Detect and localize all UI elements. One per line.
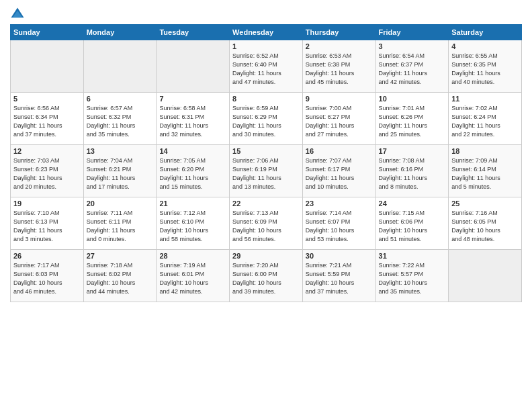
calendar-cell: 25Sunrise: 7:16 AMSunset: 6:05 PMDayligh… bbox=[449, 197, 522, 250]
day-info: Sunrise: 6:54 AMSunset: 6:37 PMDaylight:… bbox=[379, 52, 446, 87]
day-info: Sunrise: 6:53 AMSunset: 6:38 PMDaylight:… bbox=[306, 52, 373, 87]
day-number: 2 bbox=[306, 42, 373, 50]
day-number: 26 bbox=[13, 252, 81, 260]
day-info: Sunrise: 6:55 AMSunset: 6:35 PMDaylight:… bbox=[451, 52, 519, 87]
calendar-cell: 9Sunrise: 7:00 AMSunset: 6:27 PMDaylight… bbox=[302, 93, 375, 145]
calendar-cell: 15Sunrise: 7:06 AMSunset: 6:19 PMDayligh… bbox=[230, 145, 303, 197]
day-number: 17 bbox=[379, 147, 446, 155]
day-number: 28 bbox=[159, 252, 226, 260]
day-info: Sunrise: 7:06 AMSunset: 6:19 PMDaylight:… bbox=[232, 156, 300, 191]
day-number: 14 bbox=[159, 147, 226, 155]
day-info: Sunrise: 7:10 AMSunset: 6:13 PMDaylight:… bbox=[13, 209, 81, 244]
weekday-header-saturday: Saturday bbox=[449, 25, 522, 40]
weekday-header-monday: Monday bbox=[83, 25, 157, 40]
day-number: 10 bbox=[379, 95, 446, 103]
calendar-cell bbox=[83, 40, 157, 93]
calendar-cell: 16Sunrise: 7:07 AMSunset: 6:17 PMDayligh… bbox=[302, 145, 375, 197]
calendar-cell: 6Sunrise: 6:57 AMSunset: 6:32 PMDaylight… bbox=[83, 93, 157, 145]
calendar-cell: 28Sunrise: 7:19 AMSunset: 6:01 PMDayligh… bbox=[157, 250, 230, 302]
week-row-3: 12Sunrise: 7:03 AMSunset: 6:23 PMDayligh… bbox=[11, 145, 522, 197]
calendar-cell: 18Sunrise: 7:09 AMSunset: 6:14 PMDayligh… bbox=[449, 145, 522, 197]
calendar-cell: 26Sunrise: 7:17 AMSunset: 6:03 PMDayligh… bbox=[11, 250, 84, 302]
calendar-cell: 11Sunrise: 7:02 AMSunset: 6:24 PMDayligh… bbox=[449, 93, 522, 145]
calendar-page: SundayMondayTuesdayWednesdayThursdayFrid… bbox=[0, 0, 532, 411]
calendar-cell: 13Sunrise: 7:04 AMSunset: 6:21 PMDayligh… bbox=[83, 145, 157, 197]
day-number: 6 bbox=[87, 95, 154, 103]
day-info: Sunrise: 7:04 AMSunset: 6:21 PMDaylight:… bbox=[87, 156, 154, 191]
calendar-cell: 4Sunrise: 6:55 AMSunset: 6:35 PMDaylight… bbox=[449, 40, 522, 93]
day-info: Sunrise: 6:59 AMSunset: 6:29 PMDaylight:… bbox=[232, 104, 300, 139]
day-number: 9 bbox=[306, 95, 373, 103]
calendar-cell: 14Sunrise: 7:05 AMSunset: 6:20 PMDayligh… bbox=[157, 145, 230, 197]
day-info: Sunrise: 7:15 AMSunset: 6:06 PMDaylight:… bbox=[379, 209, 446, 244]
day-info: Sunrise: 7:22 AMSunset: 5:57 PMDaylight:… bbox=[379, 261, 446, 296]
calendar-cell: 7Sunrise: 6:58 AMSunset: 6:31 PMDaylight… bbox=[157, 93, 230, 145]
calendar-cell: 3Sunrise: 6:54 AMSunset: 6:37 PMDaylight… bbox=[375, 40, 449, 93]
weekday-header-row: SundayMondayTuesdayWednesdayThursdayFrid… bbox=[11, 25, 522, 40]
day-number: 5 bbox=[13, 95, 81, 103]
header bbox=[10, 7, 522, 21]
week-row-1: 1Sunrise: 6:52 AMSunset: 6:40 PMDaylight… bbox=[11, 40, 522, 93]
calendar-table: SundayMondayTuesdayWednesdayThursdayFrid… bbox=[10, 24, 522, 302]
day-info: Sunrise: 7:07 AMSunset: 6:17 PMDaylight:… bbox=[306, 156, 373, 191]
day-info: Sunrise: 7:01 AMSunset: 6:26 PMDaylight:… bbox=[379, 104, 446, 139]
day-number: 31 bbox=[379, 252, 446, 260]
day-number: 12 bbox=[13, 147, 81, 155]
weekday-header-wednesday: Wednesday bbox=[230, 25, 303, 40]
day-number: 22 bbox=[232, 199, 300, 208]
day-number: 23 bbox=[306, 199, 373, 208]
week-row-4: 19Sunrise: 7:10 AMSunset: 6:13 PMDayligh… bbox=[11, 197, 522, 250]
calendar-cell: 10Sunrise: 7:01 AMSunset: 6:26 PMDayligh… bbox=[375, 93, 449, 145]
day-number: 8 bbox=[232, 95, 300, 103]
day-info: Sunrise: 7:03 AMSunset: 6:23 PMDaylight:… bbox=[13, 156, 81, 191]
calendar-cell: 19Sunrise: 7:10 AMSunset: 6:13 PMDayligh… bbox=[11, 197, 84, 250]
day-info: Sunrise: 7:20 AMSunset: 6:00 PMDaylight:… bbox=[232, 261, 300, 296]
calendar-cell: 21Sunrise: 7:12 AMSunset: 6:10 PMDayligh… bbox=[157, 197, 230, 250]
day-number: 11 bbox=[451, 95, 519, 103]
day-info: Sunrise: 6:57 AMSunset: 6:32 PMDaylight:… bbox=[87, 104, 154, 139]
day-number: 1 bbox=[232, 42, 300, 50]
day-info: Sunrise: 7:00 AMSunset: 6:27 PMDaylight:… bbox=[306, 104, 373, 139]
day-number: 3 bbox=[379, 42, 446, 50]
weekday-header-tuesday: Tuesday bbox=[157, 25, 230, 40]
day-number: 13 bbox=[87, 147, 154, 155]
calendar-cell: 22Sunrise: 7:13 AMSunset: 6:09 PMDayligh… bbox=[230, 197, 303, 250]
calendar-cell: 27Sunrise: 7:18 AMSunset: 6:02 PMDayligh… bbox=[83, 250, 157, 302]
day-info: Sunrise: 7:18 AMSunset: 6:02 PMDaylight:… bbox=[87, 261, 154, 296]
week-row-2: 5Sunrise: 6:56 AMSunset: 6:34 PMDaylight… bbox=[11, 93, 522, 145]
calendar-cell bbox=[157, 40, 230, 93]
weekday-header-thursday: Thursday bbox=[302, 25, 375, 40]
calendar-cell bbox=[449, 250, 522, 302]
day-number: 15 bbox=[232, 147, 300, 155]
day-number: 25 bbox=[451, 199, 519, 208]
day-number: 21 bbox=[159, 199, 226, 208]
day-info: Sunrise: 7:12 AMSunset: 6:10 PMDaylight:… bbox=[159, 209, 226, 244]
day-info: Sunrise: 6:56 AMSunset: 6:34 PMDaylight:… bbox=[13, 104, 81, 139]
calendar-cell: 8Sunrise: 6:59 AMSunset: 6:29 PMDaylight… bbox=[230, 93, 303, 145]
calendar-cell bbox=[11, 40, 84, 93]
calendar-cell: 24Sunrise: 7:15 AMSunset: 6:06 PMDayligh… bbox=[375, 197, 449, 250]
calendar-cell: 2Sunrise: 6:53 AMSunset: 6:38 PMDaylight… bbox=[302, 40, 375, 93]
day-info: Sunrise: 7:17 AMSunset: 6:03 PMDaylight:… bbox=[13, 261, 81, 296]
day-number: 7 bbox=[159, 95, 226, 103]
calendar-cell: 5Sunrise: 6:56 AMSunset: 6:34 PMDaylight… bbox=[11, 93, 84, 145]
calendar-cell: 20Sunrise: 7:11 AMSunset: 6:11 PMDayligh… bbox=[83, 197, 157, 250]
day-info: Sunrise: 7:05 AMSunset: 6:20 PMDaylight:… bbox=[159, 156, 226, 191]
calendar-cell: 17Sunrise: 7:08 AMSunset: 6:16 PMDayligh… bbox=[375, 145, 449, 197]
day-info: Sunrise: 7:19 AMSunset: 6:01 PMDaylight:… bbox=[159, 261, 226, 296]
day-info: Sunrise: 7:02 AMSunset: 6:24 PMDaylight:… bbox=[451, 104, 519, 139]
day-number: 16 bbox=[306, 147, 373, 155]
day-info: Sunrise: 6:52 AMSunset: 6:40 PMDaylight:… bbox=[232, 52, 300, 87]
calendar-cell: 29Sunrise: 7:20 AMSunset: 6:00 PMDayligh… bbox=[230, 250, 303, 302]
day-number: 30 bbox=[306, 252, 373, 260]
calendar-cell: 1Sunrise: 6:52 AMSunset: 6:40 PMDaylight… bbox=[230, 40, 303, 93]
calendar-cell: 23Sunrise: 7:14 AMSunset: 6:07 PMDayligh… bbox=[302, 197, 375, 250]
day-number: 19 bbox=[13, 199, 81, 208]
logo bbox=[10, 7, 26, 21]
day-info: Sunrise: 7:09 AMSunset: 6:14 PMDaylight:… bbox=[451, 156, 519, 191]
day-number: 4 bbox=[451, 42, 519, 50]
day-info: Sunrise: 7:08 AMSunset: 6:16 PMDaylight:… bbox=[379, 156, 446, 191]
day-info: Sunrise: 7:11 AMSunset: 6:11 PMDaylight:… bbox=[87, 209, 154, 244]
day-number: 29 bbox=[232, 252, 300, 260]
day-number: 20 bbox=[87, 199, 154, 208]
